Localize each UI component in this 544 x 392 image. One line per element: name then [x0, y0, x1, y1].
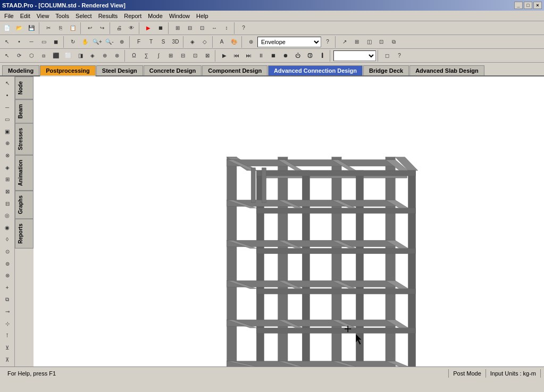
- tb2-b5[interactable]: ⧉: [388, 36, 399, 48]
- close-btn[interactable]: ×: [533, 2, 542, 9]
- mode-dropdown[interactable]: [333, 50, 376, 61]
- tb3-b12[interactable]: ∑: [140, 50, 152, 62]
- zoom-in-btn[interactable]: 🔍+: [91, 36, 103, 48]
- vtab-reports[interactable]: Reports: [15, 219, 34, 249]
- menu-report[interactable]: Report: [121, 12, 145, 20]
- cut-btn[interactable]: ✂: [43, 22, 54, 34]
- tb2-b2[interactable]: ⊞: [351, 36, 363, 48]
- save-btn[interactable]: 💾: [26, 22, 37, 34]
- tab-component-design[interactable]: Component Design: [202, 65, 267, 75]
- menu-view[interactable]: View: [34, 12, 53, 20]
- tb1-b2[interactable]: ⊟: [184, 22, 196, 34]
- lft-b16[interactable]: ⊹: [2, 318, 13, 330]
- lft-b2[interactable]: ⊗: [2, 150, 13, 161]
- tab-modeling[interactable]: Modeling: [2, 65, 39, 75]
- beam-btn[interactable]: ─: [26, 36, 37, 48]
- run-btn[interactable]: ▶: [143, 22, 154, 34]
- vtab-beam[interactable]: Beam: [15, 99, 34, 123]
- tb3-b14[interactable]: ⊞: [165, 50, 177, 62]
- zoom-all-btn[interactable]: ⊕: [116, 36, 128, 48]
- undo-btn[interactable]: ↩: [84, 22, 96, 34]
- tb3-b27[interactable]: ◻: [381, 50, 393, 62]
- tb3-b20[interactable]: ⏭: [243, 50, 255, 62]
- tb3-b1[interactable]: ↖: [1, 50, 13, 62]
- tb3-b16[interactable]: ⊡: [189, 50, 201, 62]
- menu-edit[interactable]: Edit: [17, 12, 34, 20]
- preview-btn[interactable]: 👁: [125, 22, 137, 34]
- tb1-b1[interactable]: ⊞: [172, 22, 183, 34]
- open-btn[interactable]: 📂: [13, 22, 25, 34]
- lft-b17[interactable]: ⊺: [2, 330, 13, 342]
- select-mode-btn[interactable]: ↖: [1, 36, 13, 48]
- minimize-btn[interactable]: _: [514, 2, 523, 9]
- tab-advanced-connection[interactable]: Advanced Connection Design: [268, 65, 363, 75]
- lft-b10[interactable]: ⊙: [2, 246, 13, 258]
- tb2-b4[interactable]: ⊡: [375, 36, 387, 48]
- tb3-b22[interactable]: ⏹: [267, 50, 279, 62]
- front-view-btn[interactable]: F: [133, 36, 145, 48]
- tb3-b28[interactable]: ?: [394, 50, 405, 62]
- lft-node-btn[interactable]: •: [2, 90, 13, 101]
- print-btn[interactable]: 🖨: [113, 22, 125, 34]
- envelope-icon-btn[interactable]: ⊛: [245, 36, 257, 48]
- tb3-b26[interactable]: ⏽: [316, 50, 328, 62]
- top-view-btn[interactable]: T: [145, 36, 157, 48]
- lft-plate-btn[interactable]: ▭: [2, 114, 13, 125]
- solid-btn[interactable]: ◼: [50, 36, 62, 48]
- pan-btn[interactable]: ✋: [79, 36, 91, 48]
- tb3-b5[interactable]: ⬛: [50, 50, 62, 62]
- lft-b14[interactable]: ⧉: [2, 294, 13, 305]
- tb3-b19[interactable]: ⏮: [231, 50, 242, 62]
- vtab-stresses[interactable]: Stresses: [15, 123, 34, 155]
- tb1-b5[interactable]: ↕: [221, 22, 232, 34]
- tb3-b10[interactable]: ⊗: [111, 50, 123, 62]
- lft-b11[interactable]: ⊚: [2, 258, 13, 269]
- tb3-b13[interactable]: ∫: [153, 50, 164, 62]
- lft-b3[interactable]: ◈: [2, 161, 13, 173]
- new-btn[interactable]: 📄: [1, 22, 13, 34]
- vtab-graphs[interactable]: Graphs: [15, 191, 34, 219]
- tb3-b6[interactable]: ⬜: [62, 50, 74, 62]
- tb3-b4[interactable]: ⧈: [38, 50, 49, 62]
- lft-beam-btn[interactable]: ─: [2, 101, 13, 113]
- tb3-b24[interactable]: ⏻: [292, 50, 304, 62]
- tb1-b4[interactable]: ↔: [208, 22, 220, 34]
- menu-mode[interactable]: Mode: [145, 12, 166, 20]
- tb3-b9[interactable]: ⊕: [99, 50, 111, 62]
- tb3-b17[interactable]: ⊠: [202, 50, 213, 62]
- tab-bridge-deck[interactable]: Bridge Deck: [363, 65, 409, 75]
- zoom-out-btn[interactable]: 🔍-: [104, 36, 115, 48]
- tb3-b2[interactable]: ⟳: [13, 50, 25, 62]
- tb1-b6[interactable]: ?: [238, 22, 249, 34]
- lft-b13[interactable]: +: [2, 282, 13, 294]
- copy-btn[interactable]: ⎘: [55, 22, 66, 34]
- envelope-dropdown[interactable]: Envelope Load Case 1 Load Case 2: [257, 37, 321, 47]
- help2-btn[interactable]: ?: [322, 36, 333, 48]
- node-btn[interactable]: •: [13, 36, 25, 48]
- tb2-b1[interactable]: ↗: [339, 36, 350, 48]
- rotate-btn[interactable]: ↻: [67, 36, 79, 48]
- lft-b9[interactable]: ◊: [2, 234, 13, 245]
- tab-postprocessing[interactable]: Postprocessing: [40, 65, 96, 76]
- side-view-btn[interactable]: S: [157, 36, 169, 48]
- title-bar-controls[interactable]: _ □ ×: [514, 2, 542, 9]
- color-btn[interactable]: 🎨: [228, 36, 240, 48]
- menu-tools[interactable]: Tools: [52, 12, 72, 20]
- restore-btn[interactable]: □: [524, 2, 532, 9]
- lft-solid-btn[interactable]: ▣: [2, 126, 13, 138]
- redo-btn[interactable]: ↪: [96, 22, 108, 34]
- lft-b12[interactable]: ⊛: [2, 270, 13, 282]
- tb3-b25[interactable]: ⏼: [304, 50, 316, 62]
- lft-b8[interactable]: ◉: [2, 222, 13, 234]
- tb3-b15[interactable]: ⊟: [177, 50, 189, 62]
- tb3-b21[interactable]: ⏸: [255, 50, 267, 62]
- lft-b15[interactable]: ⊸: [2, 306, 13, 318]
- tb1-b3[interactable]: ⊡: [196, 22, 208, 34]
- wire-btn[interactable]: ◇: [199, 36, 211, 48]
- lft-select-btn[interactable]: ↖: [2, 78, 13, 89]
- lft-b18[interactable]: ⊻: [2, 342, 13, 354]
- lft-b6[interactable]: ⊟: [2, 198, 13, 209]
- tb3-b3[interactable]: ⬡: [26, 50, 37, 62]
- vtab-animation[interactable]: Animation: [15, 155, 34, 191]
- menu-results[interactable]: Results: [95, 12, 121, 20]
